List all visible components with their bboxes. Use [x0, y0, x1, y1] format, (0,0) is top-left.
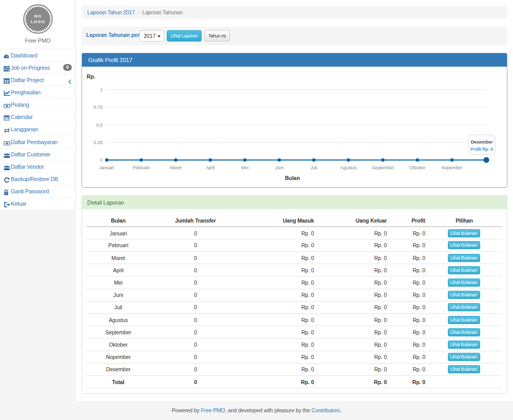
svg-text:0.5: 0.5	[96, 123, 103, 128]
svg-text:0: 0	[100, 157, 103, 163]
svg-text:LOGO: LOGO	[30, 19, 45, 24]
svg-text:Juni: Juni	[275, 165, 283, 170]
svg-text:1: 1	[100, 87, 103, 92]
svg-text:Rp.: Rp.	[87, 73, 95, 79]
svg-text:0.25: 0.25	[93, 140, 103, 145]
svg-text:Agustus: Agustus	[340, 165, 357, 170]
svg-text:Oktober: Oktober	[409, 165, 425, 170]
svg-text:Mei: Mei	[241, 165, 248, 170]
svg-text:September: September	[372, 165, 394, 170]
svg-text:Nopember: Nopember	[441, 165, 462, 170]
svg-text:0.75: 0.75	[93, 105, 103, 110]
svg-text:April: April	[206, 165, 215, 170]
svg-text:Januari: Januari	[100, 165, 114, 170]
svg-text:NO: NO	[34, 14, 41, 18]
svg-text:Maret: Maret	[170, 165, 182, 170]
svg-text:Bulan: Bulan	[285, 175, 300, 181]
svg-text:Pebruari: Pebruari	[133, 165, 150, 170]
svg-text:Juli: Juli	[310, 165, 317, 170]
